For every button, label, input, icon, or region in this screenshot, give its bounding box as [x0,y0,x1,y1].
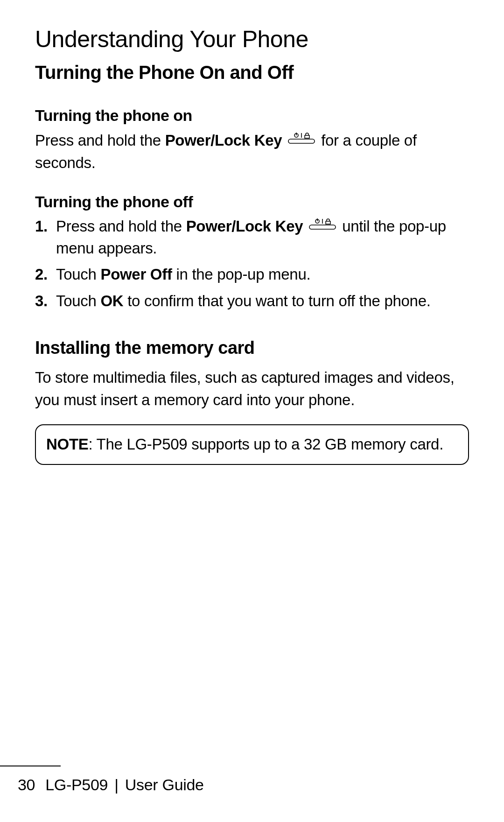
section-memory-card: Installing the memory card To store mult… [35,338,469,465]
list-number: 2. [35,264,48,286]
footer-separator: | [114,776,119,794]
footer-title: User Guide [125,776,204,794]
list-item: 1. Press and hold the Power/Lock Key unt… [35,216,469,260]
menu-option: OK [100,292,123,309]
section-heading: Turning the Phone On and Off [35,62,469,83]
text-fragment: in the pop-up menu. [172,266,311,283]
list-item: 2. Touch Power Off in the pop-up menu. [35,264,469,286]
text-fragment: Press and hold the [56,218,186,235]
list-number: 1. [35,216,48,238]
section-turning-off: Turning the phone off 1. Press and hold … [35,193,469,312]
key-name: Power/Lock Key [165,132,282,149]
svg-rect-9 [326,221,330,224]
text-fragment: to confirm that you want to turn off the… [123,292,430,309]
page-footer: 30 LG-P509 | User Guide [0,776,504,794]
section-turning-on: Turning the phone on Press and hold the … [35,106,469,174]
subsection-heading: Turning the phone off [35,193,469,211]
list-number: 3. [35,290,48,312]
text-fragment: Touch [56,292,100,309]
key-name: Power/Lock Key [186,218,303,235]
svg-rect-5 [309,225,336,229]
paragraph: To store multimedia files, such as captu… [35,366,469,411]
note-text: : The LG-P509 supports up to a 32 GB mem… [88,436,443,453]
power-lock-key-icon [288,133,315,145]
svg-rect-4 [305,135,309,138]
page-title: Understanding Your Phone [35,26,469,53]
note-label: NOTE [46,436,88,453]
text-fragment: Press and hold the [35,132,165,149]
subsection-heading: Turning the phone on [35,106,469,125]
footer-rule [0,766,61,766]
paragraph: Press and hold the Power/Lock Key for a … [35,129,469,174]
menu-option: Power Off [100,266,172,283]
subsection-heading: Installing the memory card [35,338,469,358]
text-fragment: Touch [56,266,100,283]
page-number: 30 [18,776,35,794]
list-item: 3. Touch OK to confirm that you want to … [35,290,469,312]
ordered-list: 1. Press and hold the Power/Lock Key unt… [35,216,469,312]
footer-model: LG-P509 [45,776,108,794]
svg-rect-0 [288,139,315,143]
note-box: NOTE: The LG-P509 supports up to a 32 GB… [35,424,469,465]
power-lock-key-icon [309,218,336,231]
